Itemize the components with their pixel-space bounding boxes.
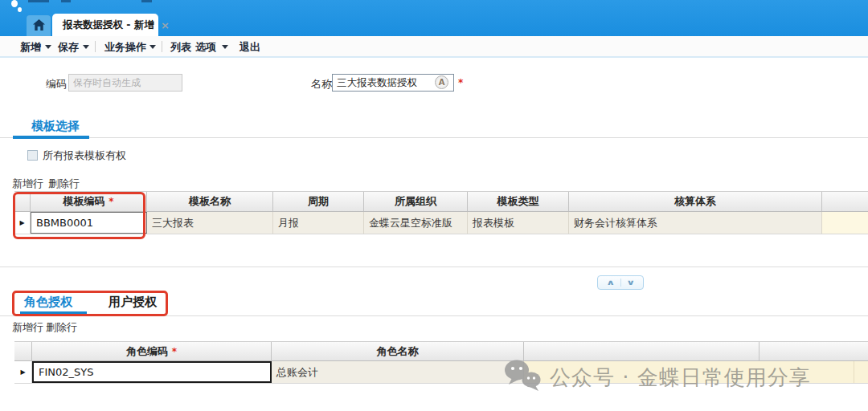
table-row: ▶ BBMB0001 三大报表 月报 金蝶云星空标准版 报表模板 财务会计核算体… <box>14 212 868 234</box>
window-edge-fragment <box>61 0 71 2</box>
code-label: 编码 <box>46 77 67 92</box>
menu-new[interactable]: 新增 <box>20 40 41 55</box>
collapse-up-icon[interactable]: ∧ <box>606 279 615 287</box>
all-templates-checkbox-label: 所有报表模板有权 <box>43 149 126 163</box>
cell-template-type[interactable]: 报表模板 <box>468 212 569 234</box>
col-role-code: 角色编码 * <box>32 342 272 360</box>
collapse-down-icon[interactable]: ∨ <box>626 279 635 287</box>
col-empty <box>822 192 868 211</box>
tab-report-data-auth[interactable]: 报表数据授权 - 新增 × <box>52 14 158 36</box>
required-asterisk: * <box>172 346 177 357</box>
delete-row-button[interactable]: 删除行 <box>46 320 77 335</box>
required-asterisk: * <box>458 77 463 88</box>
col-role-name: 角色名称 <box>272 342 524 360</box>
template-grid-header: 模板编码 * 模板名称 周期 所属组织 模板类型 核算体系 <box>14 191 868 212</box>
add-row-button[interactable]: 新增行 <box>12 177 43 191</box>
cell-empty[interactable] <box>524 361 854 383</box>
name-label: 名称 <box>311 77 332 92</box>
code-input <box>68 74 182 92</box>
col-template-type: 模板类型 <box>468 192 569 211</box>
template-grid: 模板编码 * 模板名称 周期 所属组织 模板类型 核算体系 ▶ BBMB0001… <box>14 191 868 234</box>
col-period: 周期 <box>273 192 364 211</box>
chevron-down-icon[interactable] <box>149 45 156 49</box>
window-edge-fragment <box>141 0 152 2</box>
tab-role-auth[interactable]: 角色授权 <box>24 295 72 310</box>
delete-row-button[interactable]: 删除行 <box>48 177 80 191</box>
title-bar: 报表数据授权 - 新增 × <box>0 0 868 36</box>
chevron-down-icon[interactable] <box>83 45 89 49</box>
table-row: ▶ FIN02_SYS 总账会计 <box>14 361 868 384</box>
required-asterisk: * <box>108 196 113 207</box>
col-template-code: 模板编码 * <box>31 192 147 211</box>
role-grid: 角色编码 * 角色名称 ▶ FIN02_SYS 总账会计 <box>14 341 868 384</box>
cell-role-name[interactable]: 总账会计 <box>272 361 524 383</box>
active-tab-underline <box>13 136 89 139</box>
menu-save[interactable]: 保存 <box>58 40 79 55</box>
close-icon[interactable]: × <box>161 20 170 31</box>
col-empty <box>524 342 760 360</box>
add-row-button[interactable]: 新增行 <box>12 320 43 335</box>
tab-template-select[interactable]: 模板选择 <box>31 119 80 134</box>
active-tab-underline <box>20 311 87 315</box>
row-marker-icon: ▶ <box>14 361 32 383</box>
home-tab[interactable] <box>27 15 51 36</box>
menu-separator <box>162 41 162 52</box>
col-empty <box>760 342 868 360</box>
menu-list[interactable]: 列表 <box>170 40 191 55</box>
row-marker-header <box>14 192 31 211</box>
role-grid-header: 角色编码 * 角色名称 <box>14 341 868 361</box>
cell-template-name[interactable]: 三大报表 <box>147 212 273 234</box>
chevron-down-icon[interactable] <box>222 45 228 49</box>
menu-options[interactable]: 选项 <box>195 40 216 55</box>
all-templates-checkbox[interactable] <box>27 150 38 161</box>
cell-empty[interactable] <box>822 212 868 234</box>
logo-dot <box>11 0 18 7</box>
menu-separator <box>95 41 96 52</box>
row-marker-header <box>14 342 32 360</box>
row-marker-icon: ▶ <box>14 212 31 234</box>
cell-org[interactable]: 金蝶云星空标准版 <box>364 212 468 234</box>
home-icon <box>33 18 45 34</box>
chevron-down-icon[interactable] <box>45 45 51 49</box>
menu-business-ops[interactable]: 业务操作 <box>104 40 146 55</box>
cell-template-code[interactable]: BBMB0001 <box>31 212 147 234</box>
cell-empty[interactable] <box>854 361 868 383</box>
menu-bar: 新增 保存 业务操作 列表 选项 退出 <box>0 36 868 58</box>
cell-role-code[interactable]: FIN02_SYS <box>32 361 272 383</box>
window-edge-fragment <box>28 0 49 2</box>
logo-dot <box>18 7 22 12</box>
cell-period[interactable]: 月报 <box>273 212 364 234</box>
tab-user-auth[interactable]: 用户授权 <box>108 295 157 310</box>
tab-title: 报表数据授权 - 新增 <box>63 18 154 32</box>
col-accounting-system: 核算体系 <box>569 192 822 211</box>
multilanguage-icon[interactable]: A <box>435 75 448 89</box>
section-divider <box>0 137 868 138</box>
section-divider <box>0 267 868 267</box>
col-org: 所属组织 <box>364 192 468 211</box>
cell-accounting-system[interactable]: 财务会计核算体系 <box>569 212 822 234</box>
pill-separator <box>620 279 621 287</box>
collapse-expand-control: ∧ ∨ <box>597 275 644 290</box>
section-divider <box>0 315 868 316</box>
menu-exit[interactable]: 退出 <box>240 40 260 55</box>
col-template-name: 模板名称 <box>147 192 273 211</box>
